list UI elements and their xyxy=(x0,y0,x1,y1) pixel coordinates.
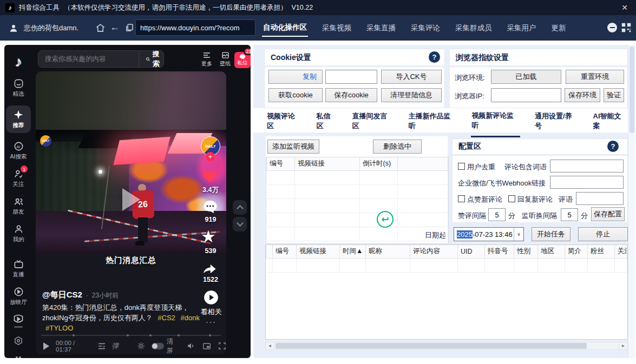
like-icon[interactable] xyxy=(201,169,218,184)
sidebar-item-more-apps[interactable] xyxy=(5,354,31,358)
webhook-input[interactable] xyxy=(550,176,624,189)
url-input[interactable] xyxy=(135,19,255,36)
col-video-link[interactable]: 视频链接 xyxy=(297,245,340,258)
comment-input[interactable] xyxy=(576,192,624,205)
save-env-button[interactable]: 保存环境 xyxy=(565,88,600,102)
clear-login-button[interactable]: 清理登陆信息 xyxy=(381,88,442,102)
sidebar-item-featured[interactable]: 精选 xyxy=(5,78,31,98)
volume-icon[interactable] xyxy=(187,342,195,350)
tab-collect-group[interactable]: 采集群成员 xyxy=(454,20,493,36)
sidebar-item-shorts[interactable] xyxy=(5,314,31,328)
back-icon[interactable]: ← xyxy=(110,22,120,33)
minimize-icon[interactable] xyxy=(607,23,617,32)
tab-new-works-monitor[interactable]: 主播新作品监听 xyxy=(408,104,457,136)
tab-video-comments[interactable]: 视频评论区 xyxy=(266,104,301,136)
fullscreen-icon[interactable] xyxy=(218,342,226,350)
play-button-icon[interactable] xyxy=(122,188,140,211)
next-video-button[interactable] xyxy=(233,217,247,231)
qr-code-icon[interactable] xyxy=(620,22,632,34)
refresh-back-icon[interactable]: ↩ xyxy=(377,211,394,228)
tab-dm[interactable]: 私信区 xyxy=(316,104,337,136)
copy-tab-icon[interactable] xyxy=(124,23,134,32)
col-region[interactable]: 地区 xyxy=(538,245,565,258)
tab-live-chat[interactable]: 直播间发言区 xyxy=(351,104,394,136)
more-options-dots[interactable]: ··· xyxy=(200,317,222,326)
env-status-button[interactable]: 已加载 xyxy=(491,70,561,84)
tab-collect-comment[interactable]: 采集评论 xyxy=(410,20,441,36)
sidebar-item-recommend[interactable]: 推荐 xyxy=(6,105,31,133)
pip-icon[interactable] xyxy=(202,342,211,350)
reply-new-checkbox[interactable] xyxy=(508,195,515,202)
scroll-right-arrow[interactable]: ► xyxy=(619,342,627,349)
sidebar-item-friends[interactable]: 朋友 xyxy=(5,196,31,216)
hashtag[interactable]: #CS2 xyxy=(158,314,175,322)
save-cookie-button[interactable]: 保存cookie xyxy=(325,88,377,102)
douyin-note-icon[interactable]: ♪ xyxy=(15,54,22,70)
logged-user-name[interactable]: 悲伤的荷包damn. xyxy=(24,23,78,33)
sidebar-item-follow[interactable]: 1 关注 xyxy=(5,168,31,188)
col-bio[interactable]: 简介 xyxy=(565,245,588,258)
dropdown-arrow-icon[interactable]: ∨ xyxy=(514,228,523,241)
share-icon[interactable] xyxy=(201,261,218,275)
sidebar-item-live[interactable]: 直播 xyxy=(5,259,31,279)
browser-ip-input[interactable] xyxy=(491,88,561,102)
dedupe-checkbox[interactable] xyxy=(458,163,465,170)
tab-automation[interactable]: 自动化操作区 xyxy=(262,19,308,37)
col-countdown[interactable]: 倒计时(s) xyxy=(360,157,398,170)
col-follow[interactable]: 关注 xyxy=(615,245,627,258)
tab-new-comment-monitor[interactable]: 视频新评论监听 xyxy=(471,104,520,137)
save-config-button[interactable]: 保存配置 xyxy=(591,207,625,221)
wallpaper-menu[interactable]: 壁纸 xyxy=(220,51,231,68)
comment-icon[interactable] xyxy=(202,199,218,215)
tab-collect-live[interactable]: 采集直播 xyxy=(365,20,397,36)
playlist-icon[interactable] xyxy=(97,342,106,350)
verify-button[interactable]: 验证 xyxy=(604,88,624,102)
like-interval-input[interactable] xyxy=(488,208,506,221)
col-comment-content[interactable]: 评论内容 xyxy=(410,245,458,258)
cookie-help-icon[interactable]: ? xyxy=(429,51,440,63)
home-icon[interactable] xyxy=(95,23,106,33)
col-uid[interactable]: UID xyxy=(458,245,485,258)
tab-general-settings[interactable]: 通用设置/养号 xyxy=(534,104,579,136)
col-index[interactable]: 编号 xyxy=(273,245,297,258)
col-time-sort[interactable]: 时间▲ xyxy=(340,245,366,258)
copy-cookie-button[interactable]: 复制 xyxy=(268,70,323,84)
tab-update[interactable]: 更新 xyxy=(550,20,567,36)
tab-collect-video[interactable]: 采集视频 xyxy=(321,20,352,36)
scrollbar-thumb[interactable] xyxy=(630,47,634,133)
vertical-scrollbar[interactable] xyxy=(628,45,635,358)
sidebar-item-profile[interactable]: 我的 xyxy=(5,223,31,243)
follow-plus-icon[interactable]: + xyxy=(206,152,215,161)
col-douyin-id[interactable]: 抖音号 xyxy=(485,245,514,258)
author-name[interactable]: @每日CS2 xyxy=(42,290,82,300)
hashtag[interactable]: #TYLOO xyxy=(45,324,73,332)
listen-interval-input[interactable] xyxy=(561,208,578,221)
danmaku-icon[interactable]: 弹 xyxy=(112,341,119,351)
stop-button[interactable]: 停止 xyxy=(578,227,628,241)
col-index[interactable]: 编号 xyxy=(267,157,295,170)
like-new-checkbox[interactable] xyxy=(458,195,465,202)
tab-ai-copywriting[interactable]: AI智能文案 xyxy=(593,104,628,136)
search-input[interactable] xyxy=(38,55,139,63)
sidebar-item-ai-search[interactable]: Ai AI搜索 xyxy=(5,141,31,161)
col-video-link[interactable]: 视频链接 xyxy=(295,157,360,170)
play-control-icon[interactable] xyxy=(43,342,49,350)
prev-video-button[interactable] xyxy=(233,200,247,215)
player-settings-icon[interactable] xyxy=(137,342,145,350)
favorite-star-icon[interactable]: ★ xyxy=(201,228,216,245)
col-gender[interactable]: 性别 xyxy=(514,245,538,258)
start-task-button[interactable]: 开始任务 xyxy=(532,227,571,241)
delete-selected-button[interactable]: 删除选中 xyxy=(373,140,422,154)
get-cookie-button[interactable]: 获取cookie xyxy=(268,88,323,102)
related-label[interactable]: 看相关 xyxy=(195,307,226,317)
related-play-icon[interactable] xyxy=(204,290,219,305)
tab-collect-user[interactable]: 采集用户 xyxy=(506,20,537,36)
more-menu[interactable]: 更多 xyxy=(201,51,212,68)
col-nickname[interactable]: 昵称 xyxy=(366,245,410,258)
config-help-icon[interactable]: ? xyxy=(607,141,619,152)
sidebar-item-cinema[interactable]: 放映厅 xyxy=(5,286,31,306)
scroll-left-arrow[interactable]: ◄ xyxy=(266,342,274,349)
add-monitor-video-button[interactable]: 添加监听视频 xyxy=(267,140,319,154)
horizontal-scrollbar[interactable]: ◄ ► xyxy=(265,342,628,350)
col-fans[interactable]: 粉丝 xyxy=(588,245,615,258)
